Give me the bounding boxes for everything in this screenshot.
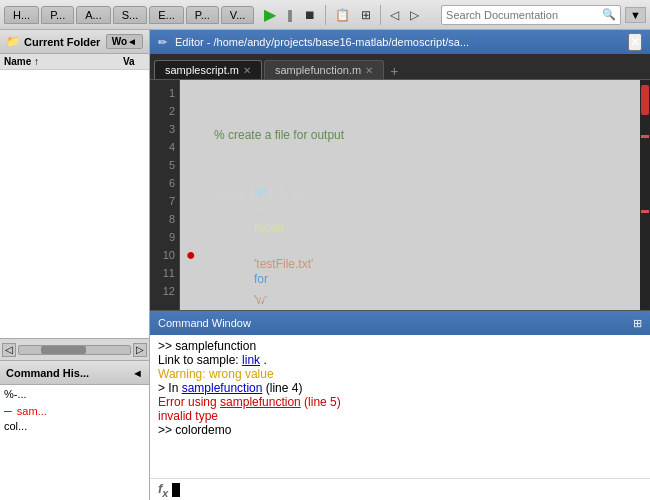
tab-shortcuts[interactable]: S...	[113, 6, 148, 24]
toolbar-btn-5[interactable]: ◁	[386, 6, 403, 24]
tab-samplefunction[interactable]: samplefunction.m ✕	[264, 60, 384, 79]
cmd-window: Command Window ⊞ >> samplefunction Link …	[150, 310, 650, 500]
cmd-line-3: Warning: wrong value	[158, 367, 642, 381]
ln-7: 7	[150, 192, 179, 210]
cmd-window-titlebar: Command Window ⊞	[150, 311, 650, 335]
sep2	[380, 5, 381, 25]
history-item-1[interactable]: %-...	[4, 387, 145, 401]
cmd-prompt-2: >> colordemo	[158, 423, 231, 437]
file-list-scroll[interactable]	[0, 70, 149, 338]
right-panel: ✏ Editor - /home/andy/projects/base16-ma…	[150, 30, 650, 500]
scrollbar-thumb[interactable]	[641, 85, 649, 115]
history-item-2[interactable]: – sam...	[4, 401, 145, 419]
folder-icon: 📁	[6, 35, 20, 48]
cmd-input-area[interactable]: fx	[150, 478, 650, 500]
add-tab-button[interactable]: +	[386, 63, 402, 79]
filter-button[interactable]: ▼	[625, 7, 646, 23]
cmd-in-text: > In	[158, 381, 182, 395]
cmd-line-4: > In samplefunction (line 4)	[158, 381, 642, 395]
current-folder-label: Current Folder	[24, 36, 100, 48]
cmd-history-expand[interactable]: ◄	[132, 367, 143, 379]
cmd-prompt-1: >> samplefunction	[158, 339, 256, 353]
run-button[interactable]: ▶	[260, 3, 280, 26]
search-icon: 🔍	[602, 8, 616, 21]
code-line-1: % create a file for output	[186, 126, 634, 144]
tab-home[interactable]: H...	[4, 6, 39, 24]
fold-3	[198, 246, 212, 264]
tab-samplefunction-close[interactable]: ✕	[365, 65, 373, 76]
tab-plots[interactable]: P...	[41, 6, 74, 24]
tab-publish[interactable]: P...	[186, 6, 219, 24]
tab-view[interactable]: V...	[221, 6, 255, 24]
cmd-link-1[interactable]: link	[242, 353, 260, 367]
fx-icon: fx	[158, 481, 168, 499]
scroll-right-btn[interactable]: ▷	[133, 343, 147, 357]
scroll-bar-area[interactable]: ◁ ▷	[0, 338, 149, 360]
cmd-line-7: >> colordemo	[158, 423, 642, 437]
cmd-line-2: Link to sample: link .	[158, 353, 642, 367]
scroll-left-btn[interactable]: ◁	[2, 343, 16, 357]
code-content[interactable]: % create a file for output !touch testFi…	[180, 80, 640, 310]
toolbar-btn-4[interactable]: ⊞	[357, 6, 375, 24]
cmd-warning-1: Warning: wrong value	[158, 367, 274, 381]
tab-samplescript-close[interactable]: ✕	[243, 65, 251, 76]
search-box[interactable]: 🔍	[441, 5, 621, 25]
toolbar-btn-1[interactable]: ‖	[283, 6, 297, 24]
bp-3: ●	[186, 247, 196, 263]
cmd-line-1: >> samplefunction	[158, 339, 642, 353]
ln-8: 8	[150, 210, 179, 228]
file-list-header: Name ↑ Va	[0, 54, 149, 70]
bp-2	[186, 186, 196, 204]
cmd-link-2[interactable]: samplefunction	[182, 381, 263, 395]
error-dot: –	[4, 402, 12, 418]
editor-title-text: Editor - /home/andy/projects/base16-matl…	[175, 36, 469, 48]
toolbar-btn-3[interactable]: 📋	[331, 6, 354, 24]
code-text-4: for ii= 1 : 10	[214, 252, 270, 310]
bp-1	[186, 126, 196, 144]
scrollbar-mark-2	[641, 210, 649, 213]
fold-2	[198, 186, 212, 204]
toolbar: H... P... A... S... E... P... V... ▶ ‖ ⏹…	[0, 0, 650, 30]
main-area: 📁 Current Folder Wo◄ Name ↑ Va ◁ ▷ Comma…	[0, 30, 650, 500]
ln-5: 5	[150, 156, 179, 174]
tab-samplescript-label: samplescript.m	[165, 64, 239, 76]
toolbar-btn-2[interactable]: ⏹	[300, 6, 320, 24]
history-item-3[interactable]: col...	[4, 419, 145, 433]
cmd-window-title: Command Window	[158, 317, 251, 329]
editor-title-bar: ✏ Editor - /home/andy/projects/base16-ma…	[150, 30, 650, 54]
cmd-invalid-type: invalid type	[158, 409, 218, 423]
code-line-4: □ for ii= 1 : 10	[186, 306, 634, 310]
cmd-normal-1: Link to sample:	[158, 353, 242, 367]
cmd-line-6: invalid type	[158, 409, 642, 423]
search-input[interactable]	[446, 9, 602, 21]
cmd-window-expand[interactable]: ⊞	[633, 317, 642, 330]
cmd-error-fn[interactable]: samplefunction	[220, 395, 301, 409]
ln-12: 12	[150, 282, 179, 300]
ln-9: 9	[150, 228, 179, 246]
cmd-history-title: Command His...	[6, 367, 89, 379]
history-item-text-1: %-...	[4, 388, 27, 400]
col-name-header: Name ↑	[0, 54, 119, 69]
ln-1: 1	[150, 84, 179, 102]
fold-1	[198, 126, 212, 144]
editor-close-btn[interactable]: ✕	[628, 33, 642, 51]
ln-6: 6	[150, 174, 179, 192]
tab-apps[interactable]: A...	[76, 6, 111, 24]
workspace-tab[interactable]: Wo◄	[106, 34, 143, 49]
editor-title-right: ✕	[628, 33, 642, 51]
scroll-thumb[interactable]	[41, 346, 85, 354]
scroll-track[interactable]	[18, 345, 131, 355]
fold-4[interactable]: □	[198, 306, 212, 310]
history-item-text-3: col...	[4, 420, 27, 432]
cmd-loc-1: (line 4)	[266, 381, 303, 395]
bp-4	[186, 306, 196, 310]
history-item-text-2: sam...	[17, 405, 47, 417]
ln-3: 3	[150, 120, 179, 138]
col-val-header: Va	[119, 54, 149, 69]
cmd-window-content[interactable]: >> samplefunction Link to sample: link .…	[150, 335, 650, 478]
toolbar-btn-6[interactable]: ▷	[406, 6, 423, 24]
editor-scrollbar[interactable]	[640, 80, 650, 310]
tab-editor[interactable]: E...	[149, 6, 184, 24]
tab-samplescript[interactable]: samplescript.m ✕	[154, 60, 262, 79]
scrollbar-mark-1	[641, 135, 649, 138]
